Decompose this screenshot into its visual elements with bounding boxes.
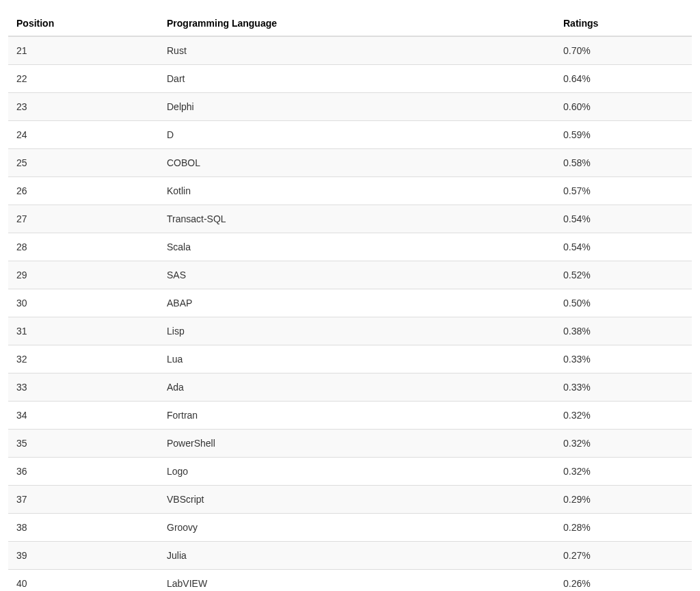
cell-language: COBOL bbox=[159, 149, 555, 177]
cell-position: 37 bbox=[8, 486, 159, 514]
cell-ratings: 0.27% bbox=[555, 542, 692, 570]
table-row: 38Groovy0.28% bbox=[8, 514, 692, 542]
header-language: Programming Language bbox=[159, 11, 555, 36]
table-row: 34Fortran0.32% bbox=[8, 402, 692, 430]
table-row: 33Ada0.33% bbox=[8, 373, 692, 402]
cell-position: 36 bbox=[8, 458, 159, 486]
table-row: 25COBOL0.58% bbox=[8, 149, 692, 177]
table-row: 32Lua0.33% bbox=[8, 345, 692, 373]
table-row: 21Rust0.70% bbox=[8, 36, 692, 65]
cell-ratings: 0.64% bbox=[555, 65, 692, 93]
cell-language: Dart bbox=[159, 65, 555, 93]
cell-language: Delphi bbox=[159, 93, 555, 121]
cell-ratings: 0.54% bbox=[555, 233, 692, 261]
table-body: 21Rust0.70%22Dart0.64%23Delphi0.60%24D0.… bbox=[8, 36, 692, 591]
cell-position: 32 bbox=[8, 345, 159, 373]
cell-position: 29 bbox=[8, 261, 159, 289]
header-position: Position bbox=[8, 11, 159, 36]
cell-language: LabVIEW bbox=[159, 570, 555, 592]
table-row: 29SAS0.52% bbox=[8, 261, 692, 289]
cell-position: 26 bbox=[8, 177, 159, 205]
cell-language: D bbox=[159, 121, 555, 149]
cell-position: 21 bbox=[8, 36, 159, 65]
cell-ratings: 0.33% bbox=[555, 345, 692, 373]
cell-position: 22 bbox=[8, 65, 159, 93]
cell-position: 35 bbox=[8, 430, 159, 458]
cell-position: 39 bbox=[8, 542, 159, 570]
cell-ratings: 0.52% bbox=[555, 261, 692, 289]
cell-ratings: 0.28% bbox=[555, 514, 692, 542]
table-row: 22Dart0.64% bbox=[8, 65, 692, 93]
cell-language: Transact-SQL bbox=[159, 205, 555, 233]
cell-position: 24 bbox=[8, 121, 159, 149]
cell-ratings: 0.57% bbox=[555, 177, 692, 205]
table-row: 28Scala0.54% bbox=[8, 233, 692, 261]
table-row: 27Transact-SQL0.54% bbox=[8, 205, 692, 233]
cell-position: 40 bbox=[8, 570, 159, 592]
cell-ratings: 0.59% bbox=[555, 121, 692, 149]
cell-language: Groovy bbox=[159, 514, 555, 542]
cell-language: VBScript bbox=[159, 486, 555, 514]
cell-ratings: 0.32% bbox=[555, 402, 692, 430]
cell-ratings: 0.58% bbox=[555, 149, 692, 177]
cell-language: Julia bbox=[159, 542, 555, 570]
cell-position: 34 bbox=[8, 402, 159, 430]
cell-position: 33 bbox=[8, 373, 159, 402]
cell-language: ABAP bbox=[159, 289, 555, 317]
table-row: 39Julia0.27% bbox=[8, 542, 692, 570]
cell-ratings: 0.60% bbox=[555, 93, 692, 121]
cell-ratings: 0.38% bbox=[555, 317, 692, 345]
cell-position: 31 bbox=[8, 317, 159, 345]
cell-position: 28 bbox=[8, 233, 159, 261]
cell-ratings: 0.54% bbox=[555, 205, 692, 233]
table-row: 36Logo0.32% bbox=[8, 458, 692, 486]
cell-position: 38 bbox=[8, 514, 159, 542]
table-row: 30ABAP0.50% bbox=[8, 289, 692, 317]
table-header-row: Position Programming Language Ratings bbox=[8, 11, 692, 36]
cell-position: 30 bbox=[8, 289, 159, 317]
cell-position: 25 bbox=[8, 149, 159, 177]
cell-language: Lua bbox=[159, 345, 555, 373]
cell-ratings: 0.33% bbox=[555, 373, 692, 402]
cell-ratings: 0.70% bbox=[555, 36, 692, 65]
table-row: 26Kotlin0.57% bbox=[8, 177, 692, 205]
table-row: 31Lisp0.38% bbox=[8, 317, 692, 345]
cell-language: Kotlin bbox=[159, 177, 555, 205]
cell-language: SAS bbox=[159, 261, 555, 289]
cell-language: Lisp bbox=[159, 317, 555, 345]
cell-language: Rust bbox=[159, 36, 555, 65]
cell-position: 27 bbox=[8, 205, 159, 233]
cell-ratings: 0.50% bbox=[555, 289, 692, 317]
cell-ratings: 0.26% bbox=[555, 570, 692, 592]
cell-position: 23 bbox=[8, 93, 159, 121]
cell-language: PowerShell bbox=[159, 430, 555, 458]
cell-ratings: 0.32% bbox=[555, 458, 692, 486]
header-ratings: Ratings bbox=[555, 11, 692, 36]
table-row: 24D0.59% bbox=[8, 121, 692, 149]
cell-language: Logo bbox=[159, 458, 555, 486]
table-row: 23Delphi0.60% bbox=[8, 93, 692, 121]
cell-language: Ada bbox=[159, 373, 555, 402]
table-row: 40LabVIEW0.26% bbox=[8, 570, 692, 592]
table-row: 35PowerShell0.32% bbox=[8, 430, 692, 458]
cell-ratings: 0.29% bbox=[555, 486, 692, 514]
table-row: 37VBScript0.29% bbox=[8, 486, 692, 514]
programming-language-table: Position Programming Language Ratings 21… bbox=[8, 11, 692, 591]
cell-ratings: 0.32% bbox=[555, 430, 692, 458]
cell-language: Fortran bbox=[159, 402, 555, 430]
cell-language: Scala bbox=[159, 233, 555, 261]
